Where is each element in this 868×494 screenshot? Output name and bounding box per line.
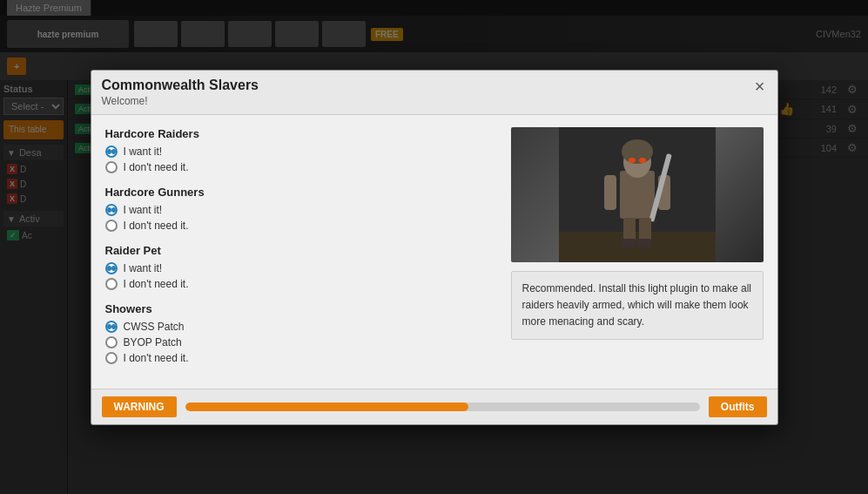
option-pet-2[interactable]: I don't need it. xyxy=(105,278,497,290)
option-title-gunners: Hardcore Gunners xyxy=(105,186,497,199)
radio-gunners-1[interactable] xyxy=(105,204,118,216)
progress-bar-fill xyxy=(185,403,468,411)
radio-showers-1[interactable] xyxy=(105,321,118,333)
svg-rect-5 xyxy=(604,175,616,210)
svg-point-13 xyxy=(639,158,646,163)
option-pet-1[interactable]: I want it! xyxy=(105,262,497,274)
option-label-gunners-1: I want it! xyxy=(124,204,163,216)
modal-image xyxy=(511,127,764,262)
modal-body: Hardcore Raiders I want it! I don't need… xyxy=(91,115,777,389)
progress-bar-container xyxy=(185,403,700,411)
option-group-showers: Showers CWSS Patch BYOP Patch I don't ne… xyxy=(105,302,497,364)
option-raiders-2[interactable]: I don't need it. xyxy=(105,161,497,173)
option-gunners-2[interactable]: I don't need it. xyxy=(105,220,497,232)
modal-close-button[interactable]: × xyxy=(753,78,767,95)
option-gunners-1[interactable]: I want it! xyxy=(105,204,497,216)
svg-rect-9 xyxy=(639,218,651,242)
option-group-pet: Raider Pet I want it! I don't need it. xyxy=(105,244,497,290)
radio-gunners-2[interactable] xyxy=(105,220,118,232)
option-label-raiders-2: I don't need it. xyxy=(124,161,189,173)
modal-title: Commonwealth Slavers xyxy=(102,78,259,93)
option-title-raiders: Hardcore Raiders xyxy=(105,127,497,140)
option-label-showers-3: I don't need it. xyxy=(124,352,189,364)
option-label-gunners-2: I don't need it. xyxy=(124,220,189,232)
option-raiders-1[interactable]: I want it! xyxy=(105,145,497,158)
radio-showers-2[interactable] xyxy=(105,336,118,349)
option-label-pet-2: I don't need it. xyxy=(124,278,189,290)
svg-rect-10 xyxy=(622,239,636,247)
radio-pet-1[interactable] xyxy=(105,262,118,274)
radio-raiders-1[interactable] xyxy=(105,145,118,158)
option-group-gunners: Hardcore Gunners I want it! I don't need… xyxy=(105,186,497,232)
option-label-raiders-1: I want it! xyxy=(124,145,163,158)
svg-rect-11 xyxy=(637,239,651,247)
option-showers-1[interactable]: CWSS Patch xyxy=(105,321,497,333)
svg-rect-8 xyxy=(623,218,636,242)
radio-showers-3[interactable] xyxy=(105,352,118,364)
option-group-raiders: Hardcore Raiders I want it! I don't need… xyxy=(105,127,497,173)
modal-dialog: Commonwealth Slavers Welcome! × Hardcore… xyxy=(91,70,778,425)
option-title-showers: Showers xyxy=(105,302,497,315)
modal-right-panel: Recommended. Install this light plugin t… xyxy=(511,127,764,376)
modal-header: Commonwealth Slavers Welcome! × xyxy=(91,71,777,115)
radio-raiders-2[interactable] xyxy=(105,161,118,173)
option-showers-2[interactable]: BYOP Patch xyxy=(105,336,497,349)
warning-button[interactable]: WARNING xyxy=(102,396,177,417)
option-label-pet-1: I want it! xyxy=(124,262,163,274)
modal-image-svg xyxy=(559,127,716,262)
svg-point-12 xyxy=(629,158,636,163)
modal-welcome: Welcome! xyxy=(102,95,259,107)
radio-pet-2[interactable] xyxy=(105,278,118,290)
option-label-showers-2: BYOP Patch xyxy=(124,336,182,349)
svg-rect-2 xyxy=(620,171,655,219)
option-showers-3[interactable]: I don't need it. xyxy=(105,352,497,364)
option-label-showers-1: CWSS Patch xyxy=(124,321,185,333)
modal-description: Recommended. Install this light plugin t… xyxy=(511,271,764,341)
modal-options: Hardcore Raiders I want it! I don't need… xyxy=(105,127,497,376)
option-title-pet: Raider Pet xyxy=(105,244,497,257)
modal-footer: WARNING Outfits xyxy=(91,389,777,424)
svg-point-4 xyxy=(622,139,653,164)
svg-rect-1 xyxy=(559,232,716,262)
outfits-button[interactable]: Outfits xyxy=(709,396,767,417)
modal-overlay: Commonwealth Slavers Welcome! × Hardcore… xyxy=(0,0,868,494)
